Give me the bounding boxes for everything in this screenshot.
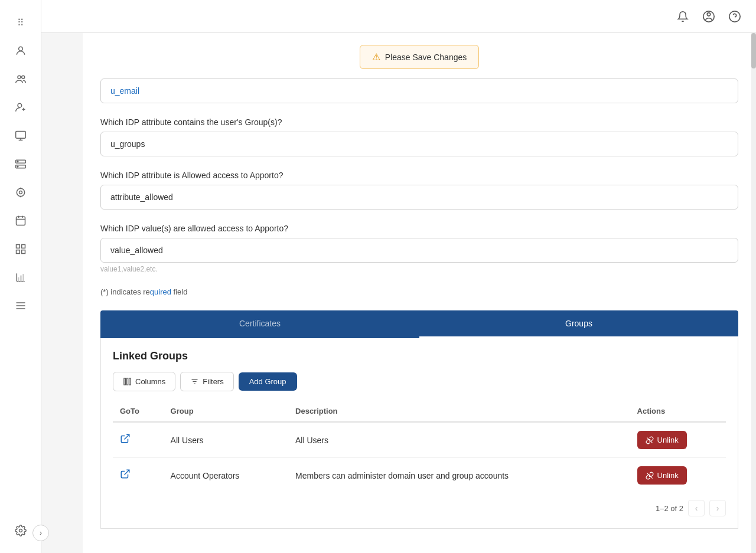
svg-point-33	[19, 529, 22, 532]
sidebar-item-list[interactable]	[8, 293, 34, 319]
groups-label: Which IDP attribute contains the user's …	[100, 117, 738, 127]
header	[41, 0, 756, 33]
tab-bar: Certificates Groups	[100, 310, 738, 338]
svg-rect-27	[18, 277, 19, 282]
asterisk: (*)	[100, 287, 110, 296]
allowed-values-label: Which IDP value(s) are allowed access to…	[100, 224, 738, 233]
svg-rect-17	[16, 217, 25, 225]
svg-rect-38	[124, 378, 126, 385]
pagination-prev[interactable]: ‹	[688, 500, 705, 516]
sidebar: ⠿	[0, 0, 41, 553]
pagination-next[interactable]: ›	[709, 500, 726, 516]
pagination: 1–2 of 2 ‹ ›	[113, 493, 726, 516]
svg-point-3	[18, 103, 22, 107]
groups-input[interactable]	[100, 132, 738, 156]
scrollbar-track	[751, 33, 756, 553]
col-goto: GoTo	[113, 401, 164, 422]
table-row: Account Operators Members can administer…	[113, 458, 726, 493]
svg-rect-23	[16, 250, 19, 254]
goto-icon-row1[interactable]	[120, 434, 131, 446]
tab-certificates[interactable]: Certificates	[100, 310, 419, 338]
filters-button[interactable]: Filters	[180, 372, 233, 391]
sidebar-item-chart[interactable]	[8, 264, 34, 290]
svg-rect-39	[126, 378, 128, 385]
svg-rect-21	[16, 245, 19, 248]
help-icon[interactable]	[725, 7, 744, 26]
sidebar-item-users[interactable]	[8, 66, 34, 92]
required-note: (*) indicates required field	[100, 287, 738, 296]
warning-icon: ⚠	[372, 51, 380, 63]
toast-message: Please Save Changes	[385, 53, 467, 62]
sidebar-item-calendar[interactable]	[8, 208, 34, 234]
svg-point-13	[17, 188, 24, 196]
svg-line-46	[125, 470, 129, 475]
unlink-button-row2[interactable]: Unlink	[637, 466, 687, 485]
svg-point-2	[21, 76, 24, 78]
col-description: Description	[288, 401, 630, 422]
user-account-icon[interactable]	[699, 7, 718, 26]
svg-point-12	[17, 166, 18, 167]
group-desc-row1: All Users	[288, 422, 630, 458]
add-group-button[interactable]: Add Group	[239, 372, 297, 391]
svg-point-35	[707, 12, 711, 15]
tab-groups[interactable]: Groups	[419, 310, 738, 338]
svg-rect-24	[21, 250, 25, 254]
sidebar-item-user[interactable]	[8, 38, 34, 64]
groups-toolbar: Columns Filters Add Group	[113, 372, 726, 391]
col-actions: Actions	[630, 401, 726, 422]
group-desc-row2: Members can administer domain user and g…	[288, 458, 630, 493]
columns-button[interactable]: Columns	[113, 372, 175, 391]
svg-rect-40	[129, 378, 131, 385]
sidebar-collapse-button[interactable]: ›	[32, 525, 49, 541]
svg-line-44	[125, 434, 129, 439]
linked-groups-title: Linked Groups	[113, 350, 726, 362]
pagination-info: 1–2 of 2	[656, 504, 683, 513]
svg-rect-6	[15, 132, 25, 139]
svg-rect-22	[21, 245, 25, 248]
svg-line-45	[647, 437, 652, 443]
svg-point-11	[17, 161, 18, 162]
svg-point-14	[19, 191, 22, 194]
columns-label: Columns	[135, 377, 165, 386]
sidebar-item-settings[interactable]	[8, 518, 34, 544]
svg-point-1	[18, 76, 21, 78]
scrollbar-thumb[interactable]	[751, 33, 756, 68]
svg-point-0	[18, 47, 22, 51]
app-grid-icon[interactable]: ⠿	[8, 9, 34, 35]
sidebar-item-person-target[interactable]	[8, 179, 34, 205]
allowed-values-input[interactable]	[100, 238, 738, 263]
indicates-text: indicates re	[110, 287, 149, 296]
svg-point-36	[729, 11, 740, 21]
unlink-button-row1[interactable]: Unlink	[637, 431, 687, 449]
filters-label: Filters	[203, 377, 223, 386]
allowed-attribute-input[interactable]	[100, 185, 738, 210]
notification-icon[interactable]	[673, 7, 692, 26]
allowed-attribute-label: Which IDP attribute is Allowed access to…	[100, 171, 738, 180]
groups-table: GoTo Group Description Actions All User	[113, 401, 726, 493]
unlink-label-row2: Unlink	[657, 471, 679, 480]
svg-line-47	[647, 473, 652, 478]
save-changes-toast: ⚠ Please Save Changes	[360, 45, 480, 69]
email-input[interactable]	[100, 78, 738, 103]
allowed-values-hint: value1,value2,etc.	[100, 265, 738, 273]
unlink-label-row1: Unlink	[657, 436, 679, 444]
group-name-row1: All Users	[164, 422, 288, 458]
table-row: All Users All Users Unlink	[113, 422, 726, 458]
col-group: Group	[164, 401, 288, 422]
svg-rect-29	[22, 274, 24, 282]
sidebar-item-server[interactable]	[8, 151, 34, 177]
sidebar-item-grid[interactable]	[8, 236, 34, 262]
svg-rect-28	[20, 276, 22, 282]
sidebar-item-monitor[interactable]	[8, 123, 34, 149]
field-text: field	[171, 287, 187, 296]
group-name-row2: Account Operators	[164, 458, 288, 493]
sidebar-item-user-add[interactable]	[8, 94, 34, 120]
linked-groups-panel: Linked Groups Columns Filters Add Group …	[100, 338, 738, 529]
required-text: quired	[150, 287, 171, 296]
goto-icon-row2[interactable]	[120, 470, 131, 482]
